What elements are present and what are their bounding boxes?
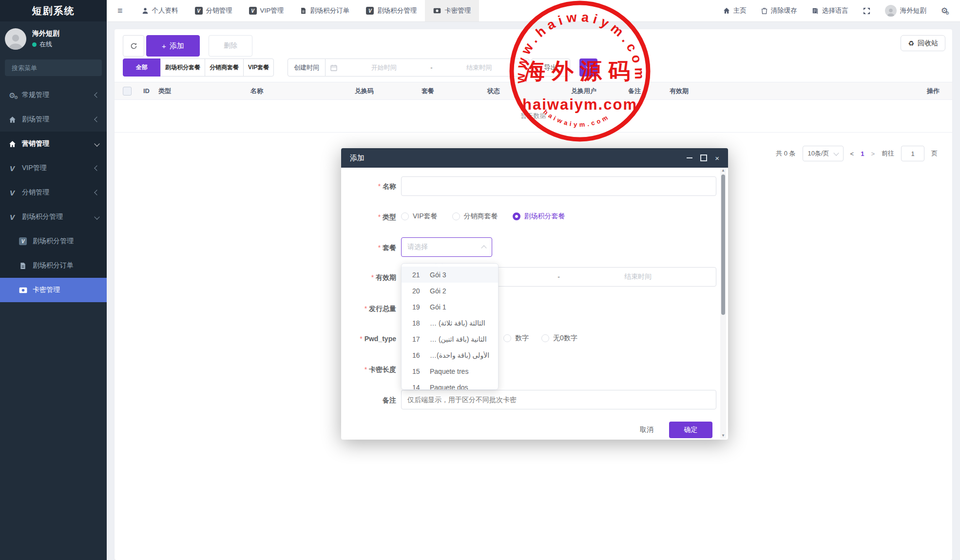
- confirm-button[interactable]: 确定: [669, 422, 712, 438]
- goto-page-input[interactable]: [901, 146, 924, 161]
- add-button[interactable]: + 添加: [146, 35, 200, 57]
- sidebar-open-group: 营销管理 V VIP管理 V 分销管理 V 剧场积分管理: [0, 132, 107, 302]
- created-time-filter: 创建时间 开始时间 - 结束时间: [288, 58, 529, 77]
- chevron-down-icon: [94, 214, 99, 219]
- tab-theater-points-manage[interactable]: V 剧场积分管理: [358, 0, 425, 21]
- scroll-down-icon[interactable]: ▼: [721, 433, 725, 439]
- user-block: 海外短剧 在线: [0, 21, 107, 55]
- option-name: …الأولى (باقة واحدة): [430, 351, 498, 359]
- sidebar-item-general[interactable]: ⚙⚙ 常规管理: [0, 83, 107, 107]
- v-icon: V: [8, 213, 17, 221]
- home-icon: [8, 140, 17, 148]
- fullscreen-button[interactable]: [856, 0, 878, 21]
- person-icon: [886, 7, 896, 17]
- sidebar-item-theater[interactable]: 剧场管理: [0, 107, 107, 132]
- sidebar-item-marketing[interactable]: 营销管理: [0, 132, 107, 156]
- filter-tab-theater-points[interactable]: 剧场积分套餐: [160, 58, 205, 77]
- column-header-status[interactable]: 状态: [486, 87, 570, 96]
- column-header-remark[interactable]: 备注: [627, 87, 669, 96]
- user-meta: 海外短剧 在线: [32, 29, 59, 49]
- v-box-icon: V: [366, 7, 374, 15]
- column-header-code[interactable]: 兑换码: [354, 87, 421, 96]
- name-input[interactable]: [401, 176, 716, 196]
- dropdown-option[interactable]: 17… الثانية (باقة اثنين): [402, 331, 498, 347]
- sidebar-item-theater-points-orders[interactable]: 剧场积分订单: [0, 253, 107, 278]
- tab-vip[interactable]: V VIP管理: [241, 0, 292, 21]
- dropdown-option[interactable]: 18… الثالثة (باقة ثلاثة): [402, 315, 498, 331]
- select-all-checkbox[interactable]: [123, 87, 132, 96]
- column-header-id[interactable]: ID: [132, 87, 157, 95]
- dropdown-option[interactable]: 16…الأولى (باقة واحدة): [402, 347, 498, 363]
- dropdown-option[interactable]: 15Paquete tres: [402, 363, 498, 379]
- dropdown-option[interactable]: 20Gói 2: [402, 283, 498, 299]
- sidebar-item-theater-points-manage[interactable]: V 剧场积分管理: [0, 229, 107, 253]
- dialog-header: 添加 ×: [341, 148, 728, 168]
- home-link[interactable]: 主页: [716, 0, 754, 21]
- radio-theater-points-package[interactable]: 剧场积分套餐: [513, 212, 565, 221]
- maximize-icon[interactable]: [700, 154, 707, 161]
- dropdown-option[interactable]: 19Gói 1: [402, 299, 498, 315]
- sidebar-search-input[interactable]: [11, 64, 98, 72]
- v-box-icon: V: [249, 7, 257, 15]
- minimize-icon[interactable]: [687, 157, 692, 158]
- tab-card-keys[interactable]: 卡密管理: [425, 0, 479, 21]
- export-label: 导出: [544, 63, 557, 72]
- tab-distribution[interactable]: V 分销管理: [187, 0, 241, 21]
- package-select[interactable]: 请选择: [401, 237, 492, 257]
- next-page-button[interactable]: >: [871, 150, 875, 157]
- user-menu[interactable]: 海外短剧: [878, 0, 934, 21]
- recycle-bin-button[interactable]: ♻ 回收站: [901, 35, 945, 51]
- radio-no-zero-digits[interactable]: 无0数字: [541, 334, 577, 343]
- column-header-type[interactable]: 类型: [157, 87, 250, 96]
- radio-distributor-package[interactable]: 分销商套餐: [452, 212, 498, 221]
- scrollbar-thumb[interactable]: [721, 174, 725, 315]
- sidebar-item-label: 剧场管理: [22, 115, 49, 124]
- current-page[interactable]: 1: [861, 150, 864, 157]
- column-header-validity[interactable]: 有效期: [669, 87, 815, 96]
- filter-tab-distributor[interactable]: 分销商套餐: [205, 58, 244, 77]
- language-select[interactable]: 选择语言: [805, 0, 856, 21]
- settings-button[interactable]: ⚙⚙: [934, 0, 955, 21]
- delete-button[interactable]: 删除: [209, 35, 252, 57]
- hamburger-icon[interactable]: ≡: [107, 6, 134, 16]
- filter-tab-all[interactable]: 全部: [123, 58, 161, 77]
- sidebar-item-theater-points[interactable]: V 剧场积分管理: [0, 205, 107, 229]
- table-header: ID 类型 名称 兑换码 套餐 状态 兑换用户 备注 有效期 操作: [115, 82, 952, 100]
- page-size-select[interactable]: 10条/页: [803, 146, 844, 161]
- filter-tab-vip[interactable]: VIP套餐: [243, 58, 274, 77]
- table-empty-state: 暂无数据: [115, 100, 952, 133]
- sidebar-item-vip[interactable]: V VIP管理: [0, 156, 107, 180]
- tab-profile[interactable]: 个人资料: [134, 0, 187, 21]
- user-avatar[interactable]: [5, 28, 26, 50]
- cancel-button[interactable]: 取消: [637, 422, 656, 438]
- search-dropdown-button[interactable]: [579, 58, 597, 77]
- column-header-package[interactable]: 套餐: [421, 87, 486, 96]
- sidebar-item-label: 剧场积分管理: [22, 212, 63, 221]
- dropdown-option[interactable]: 14Paquete dos: [402, 379, 498, 390]
- remark-input[interactable]: [401, 390, 716, 409]
- date-range-input[interactable]: 开始时间 - 结束时间: [326, 58, 529, 77]
- sidebar-item-label: 剧场积分订单: [33, 261, 74, 270]
- field-label-pwd-type: Pwd_type: [341, 335, 396, 343]
- radio-digits[interactable]: 数字: [503, 334, 529, 343]
- radio-vip-package[interactable]: VIP套餐: [401, 212, 438, 221]
- refresh-button[interactable]: [123, 35, 144, 57]
- field-label-issue-total: 发行总量: [341, 305, 396, 313]
- page-size-value: 10条/页: [808, 149, 829, 158]
- sidebar-item-distribution[interactable]: V 分销管理: [0, 180, 107, 205]
- clear-cache-button[interactable]: 清除缓存: [754, 0, 805, 21]
- close-icon[interactable]: ×: [715, 154, 719, 162]
- tab-label: 个人资料: [152, 6, 178, 15]
- radio-icon: [503, 334, 511, 342]
- radio-label: 无0数字: [553, 334, 577, 343]
- column-header-name[interactable]: 名称: [250, 87, 354, 96]
- scroll-up-icon[interactable]: ▲: [721, 168, 725, 174]
- tab-theater-points-orders[interactable]: 剧场积分订单: [292, 0, 358, 21]
- prev-page-button[interactable]: <: [850, 150, 854, 157]
- chevron-down-icon: [94, 141, 99, 146]
- export-button[interactable]: 导出: [531, 58, 570, 77]
- sidebar-item-card-keys[interactable]: 卡密管理: [0, 278, 107, 302]
- column-header-redeem-user[interactable]: 兑换用户: [570, 87, 627, 96]
- dropdown-option[interactable]: 21Gói 3: [402, 267, 498, 283]
- goto-label: 前往: [882, 149, 894, 158]
